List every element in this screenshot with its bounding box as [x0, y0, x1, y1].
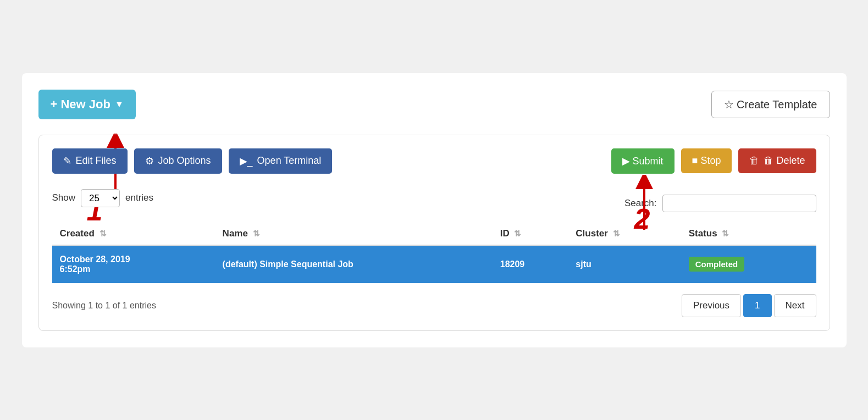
cell-name: (default) Simple Sequential Job: [215, 245, 493, 283]
edit-files-icon: ✎: [63, 155, 71, 167]
show-search-container: Show 10 25 50 100 entries Search:: [52, 189, 816, 218]
delete-label: 🗑 Delete: [764, 155, 805, 167]
page-wrapper: + New Job ▼ ☆ Create Template 1 ✎ Edit F…: [22, 73, 847, 347]
submit-label: ▶ Submit: [622, 155, 664, 167]
sort-created-icon[interactable]: ⇅: [99, 229, 107, 238]
job-options-icon: ⚙: [145, 155, 154, 167]
cell-status: Completed: [681, 245, 816, 283]
next-button[interactable]: Next: [774, 294, 816, 317]
col-cluster: Cluster ⇅: [568, 223, 681, 245]
open-terminal-button[interactable]: ▶_ Open Terminal: [229, 148, 333, 174]
open-terminal-icon: ▶_: [240, 155, 253, 167]
new-job-caret: ▼: [115, 100, 124, 109]
showing-text: Showing 1 to 1 of 1 entries: [52, 301, 156, 311]
pagination-controls: Previous 1 Next: [682, 294, 816, 317]
open-terminal-label: Open Terminal: [257, 155, 322, 167]
edit-files-label: Edit Files: [76, 155, 117, 167]
cell-cluster: sjtu: [568, 245, 681, 283]
previous-button[interactable]: Previous: [682, 294, 741, 317]
edit-files-button[interactable]: ✎ Edit Files: [52, 148, 128, 174]
action-bar: ✎ Edit Files ⚙ Job Options ▶_ Open Termi…: [52, 148, 816, 174]
search-input[interactable]: [662, 195, 816, 212]
stop-label: ■ Stop: [692, 155, 721, 167]
stop-button[interactable]: ■ Stop: [681, 148, 732, 173]
top-bar: + New Job ▼ ☆ Create Template 1: [38, 90, 830, 119]
new-job-label: + New Job: [51, 97, 110, 112]
create-template-button[interactable]: ☆ Create Template: [711, 91, 830, 118]
entries-label: entries: [125, 192, 153, 203]
job-options-button[interactable]: ⚙ Job Options: [134, 148, 222, 174]
show-entries-row: Show 10 25 50 100 entries: [52, 189, 154, 207]
col-name: Name ⇅: [215, 223, 493, 245]
table-header-row: Created ⇅ Name ⇅ ID ⇅ Cluster ⇅ Status ⇅: [52, 223, 816, 245]
show-label: Show: [52, 192, 76, 203]
annotation-2: 2: [634, 202, 650, 235]
cell-id: 18209: [493, 245, 568, 283]
col-id: ID ⇅: [493, 223, 568, 245]
status-badge: Completed: [689, 257, 745, 272]
submit-button[interactable]: ▶ Submit: [611, 148, 675, 174]
job-options-label: Job Options: [158, 155, 211, 167]
cell-created: October 28, 20196:52pm: [52, 245, 215, 283]
search-row: Search:: [624, 195, 816, 212]
delete-icon: 🗑: [749, 155, 759, 167]
page-1-button[interactable]: 1: [743, 294, 771, 317]
main-box: ✎ Edit Files ⚙ Job Options ▶_ Open Termi…: [38, 135, 830, 331]
delete-button[interactable]: 🗑 🗑 Delete: [738, 148, 816, 173]
sort-cluster-icon[interactable]: ⇅: [613, 229, 620, 238]
sort-name-icon[interactable]: ⇅: [253, 229, 260, 238]
col-created: Created ⇅: [52, 223, 215, 245]
create-template-label: ☆ Create Template: [724, 98, 817, 111]
sort-status-icon[interactable]: ⇅: [722, 229, 729, 238]
entries-select[interactable]: 10 25 50 100: [81, 189, 120, 207]
data-table: Created ⇅ Name ⇅ ID ⇅ Cluster ⇅ Status ⇅: [52, 223, 816, 283]
new-job-button[interactable]: + New Job ▼: [38, 90, 136, 119]
sort-id-icon[interactable]: ⇅: [514, 229, 521, 238]
col-status: Status ⇅: [681, 223, 816, 245]
table-row[interactable]: October 28, 20196:52pm (default) Simple …: [52, 245, 816, 283]
pagination-bar: Showing 1 to 1 of 1 entries Previous 1 N…: [52, 294, 816, 317]
